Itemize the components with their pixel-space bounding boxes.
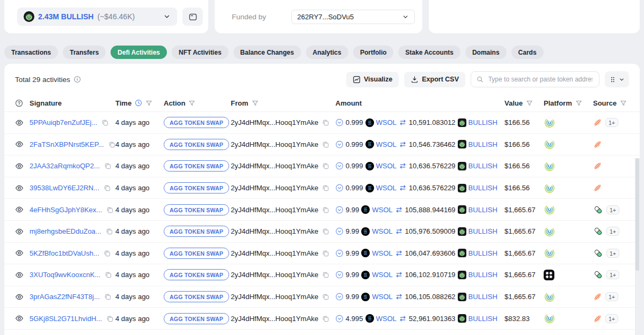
- tab-stake-accounts[interactable]: Stake Accounts: [398, 46, 460, 59]
- token-out-link[interactable]: BULLISH: [469, 206, 497, 214]
- expand-circle-icon[interactable]: [335, 118, 343, 126]
- filter-icon[interactable]: [620, 100, 627, 107]
- tab-transfers[interactable]: Transfers: [63, 46, 106, 59]
- source-flame-icon[interactable]: [593, 183, 602, 192]
- filter-icon[interactable]: [145, 100, 152, 107]
- copy-signature-button[interactable]: [106, 315, 113, 322]
- tab-domains[interactable]: Domains: [465, 46, 507, 59]
- platform-meteora-icon[interactable]: [544, 138, 555, 150]
- copy-signature-button[interactable]: [101, 119, 108, 126]
- question-circle-icon[interactable]: [15, 99, 23, 107]
- tab-balance-changes[interactable]: Balance Changes: [233, 46, 301, 59]
- funded-by-dropdown[interactable]: 262RY7...SoDVu5: [291, 10, 415, 24]
- copy-from-button[interactable]: [322, 184, 329, 191]
- token-selector-dropdown[interactable]: 2.43M BULLISH (~$46.46K): [17, 8, 177, 26]
- copy-from-button[interactable]: [322, 250, 329, 257]
- filter-icon[interactable]: [526, 100, 533, 107]
- source-more-badge[interactable]: 1+: [606, 249, 619, 258]
- tab-transactions[interactable]: Transactions: [4, 46, 58, 59]
- source-flame-icon[interactable]: [593, 140, 602, 149]
- source-more-badge[interactable]: 1+: [605, 314, 618, 323]
- filter-icon[interactable]: [188, 100, 195, 107]
- preview-eye-button[interactable]: [15, 293, 24, 301]
- expand-circle-icon[interactable]: [335, 271, 343, 279]
- signature-link[interactable]: 5GKj8SL2G71LhvidH...: [30, 315, 102, 323]
- preview-eye-button[interactable]: [15, 140, 24, 148]
- platform-meteora-icon[interactable]: [544, 204, 555, 215]
- platform-meteora-icon[interactable]: [544, 312, 555, 324]
- token-out-link[interactable]: BULLISH: [469, 249, 497, 257]
- tab-nft-activities[interactable]: NFT Activities: [172, 46, 229, 59]
- export-csv-button[interactable]: Export CSV: [404, 72, 465, 87]
- preview-eye-button[interactable]: [15, 118, 24, 127]
- platform-meteora-icon[interactable]: [544, 226, 555, 237]
- filter-icon[interactable]: [575, 100, 582, 107]
- copy-from-button[interactable]: [322, 315, 329, 322]
- scrollbar-thumb[interactable]: [635, 158, 639, 271]
- copy-signature-button[interactable]: [108, 141, 115, 148]
- preview-eye-button[interactable]: [15, 249, 24, 257]
- copy-signature-button[interactable]: [104, 162, 111, 169]
- platform-meteora-icon[interactable]: [544, 291, 555, 303]
- action-badge[interactable]: AGG TOKEN SWAP: [164, 226, 229, 237]
- filter-icon[interactable]: [252, 100, 259, 107]
- signature-link[interactable]: 39538LwDY6EJ2RN...: [30, 184, 99, 192]
- preview-eye-button[interactable]: [15, 184, 24, 192]
- expand-circle-icon[interactable]: [335, 227, 343, 235]
- tab-defi-activities[interactable]: Defi Activities: [111, 46, 167, 59]
- table-scrollbar[interactable]: [635, 158, 640, 335]
- search-input[interactable]: [487, 75, 594, 84]
- tab-analytics[interactable]: Analytics: [306, 46, 348, 59]
- expand-circle-icon[interactable]: [335, 315, 343, 323]
- source-flame-icon[interactable]: [593, 314, 602, 323]
- token-out-link[interactable]: BULLISH: [469, 315, 497, 323]
- signature-link[interactable]: 3prAGasZ2fNF43T8j...: [30, 293, 100, 301]
- copy-from-button[interactable]: [322, 293, 329, 300]
- action-badge[interactable]: AGG TOKEN SWAP: [164, 248, 229, 259]
- copy-signature-button[interactable]: [104, 184, 111, 191]
- platform-meteora-icon[interactable]: [544, 117, 555, 129]
- copy-from-button[interactable]: [322, 271, 329, 278]
- expand-circle-icon[interactable]: [335, 162, 343, 170]
- platform-meteora-icon[interactable]: [544, 247, 555, 259]
- info-icon[interactable]: [74, 76, 81, 83]
- copy-signature-button[interactable]: [104, 293, 111, 300]
- token-in-link[interactable]: WSOL: [376, 184, 397, 192]
- copy-signature-button[interactable]: [104, 250, 111, 257]
- preview-eye-button[interactable]: [15, 205, 24, 214]
- token-out-link[interactable]: BULLISH: [469, 271, 497, 279]
- token-in-link[interactable]: WSOL: [372, 271, 392, 279]
- token-in-link[interactable]: WSOL: [372, 206, 392, 214]
- token-out-link[interactable]: BULLISH: [469, 118, 497, 126]
- signature-link[interactable]: 2FaTSnXBPNrst5KEP...: [30, 140, 104, 148]
- copy-from-button[interactable]: [322, 141, 329, 148]
- token-out-link[interactable]: BULLISH: [469, 227, 497, 235]
- token-in-link[interactable]: WSOL: [372, 293, 392, 301]
- action-badge[interactable]: AGG TOKEN SWAP: [164, 160, 229, 172]
- source-flame-icon[interactable]: [593, 118, 602, 127]
- source-pill-icon[interactable]: [593, 248, 603, 258]
- action-badge[interactable]: AGG TOKEN SWAP: [164, 204, 229, 215]
- source-flame-icon[interactable]: [593, 292, 602, 301]
- wallet-panel-button[interactable]: [182, 8, 203, 26]
- source-pill-icon[interactable]: [593, 270, 603, 280]
- copy-signature-button[interactable]: [106, 206, 113, 213]
- token-in-link[interactable]: WSOL: [372, 249, 392, 257]
- action-badge[interactable]: AGG TOKEN SWAP: [164, 313, 229, 324]
- preview-eye-button[interactable]: [15, 271, 24, 279]
- preview-eye-button[interactable]: [15, 314, 24, 323]
- source-more-badge[interactable]: 1+: [605, 118, 618, 127]
- platform-meteora-icon[interactable]: [544, 182, 555, 194]
- copy-from-button[interactable]: [322, 228, 329, 235]
- signature-link[interactable]: mj8erhgsbeEDduZoa...: [30, 227, 101, 235]
- copy-from-button[interactable]: [322, 206, 329, 213]
- token-in-link[interactable]: WSOL: [376, 315, 397, 323]
- expand-circle-icon[interactable]: [335, 249, 343, 257]
- source-more-badge[interactable]: 1+: [606, 270, 619, 279]
- platform-meteora-icon[interactable]: [544, 160, 555, 172]
- token-in-link[interactable]: WSOL: [376, 140, 397, 148]
- expand-circle-icon[interactable]: [335, 206, 343, 214]
- token-in-link[interactable]: WSOL: [372, 227, 392, 235]
- token-in-link[interactable]: WSOL: [376, 162, 397, 170]
- signature-link[interactable]: 2JAA32aRqmkoQP2...: [30, 162, 100, 170]
